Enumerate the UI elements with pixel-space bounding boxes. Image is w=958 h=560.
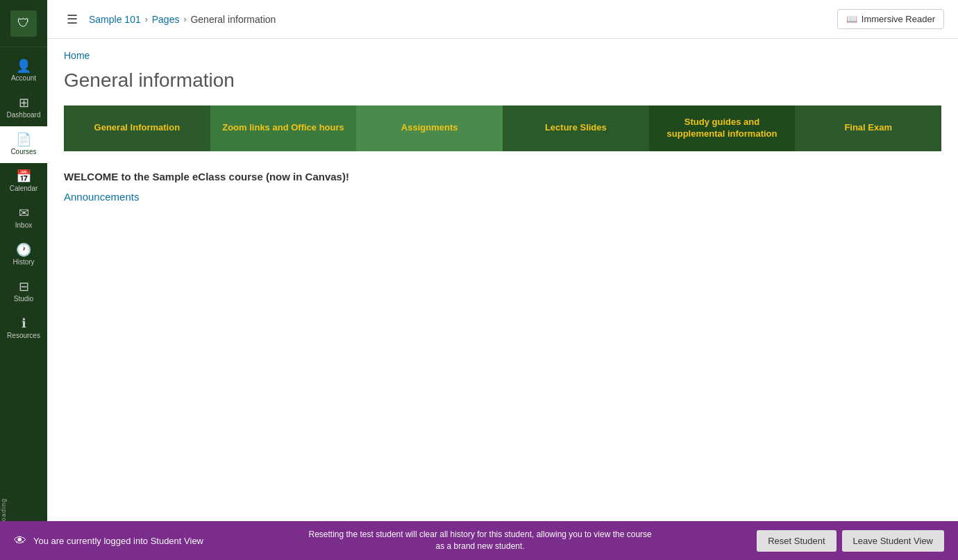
- main-content: ☰ Sample 101 › Pages › General informati…: [47, 0, 958, 560]
- dashboard-label: Dashboard: [7, 111, 41, 119]
- immersive-reader-button[interactable]: 📖 Immersive Reader: [837, 9, 944, 29]
- account-label: Account: [11, 74, 36, 83]
- immersive-reader-icon: 📖: [846, 14, 857, 24]
- student-view-info: Resetting the test student will clear al…: [307, 529, 654, 552]
- sidebar-item-courses[interactable]: 📄 Courses: [0, 126, 47, 163]
- study-guides-button[interactable]: Study guides and supplemental informatio…: [649, 105, 796, 151]
- breadcrumb-section[interactable]: Pages: [152, 14, 180, 25]
- student-view-buttons: Reset Student Leave Student View: [757, 530, 944, 552]
- sidebar-item-inbox[interactable]: ✉ Inbox: [0, 200, 47, 237]
- breadcrumb-current: General information: [190, 14, 276, 25]
- page-content-area: Home General information General Informa…: [47, 39, 958, 560]
- sidebar-navigation: 👤 Account ⊞ Dashboard 📄 Courses 📅 Calend…: [0, 47, 47, 347]
- assignments-button[interactable]: Assignments: [356, 105, 503, 151]
- sidebar-item-resources[interactable]: ℹ Resources: [0, 310, 47, 347]
- leave-student-view-button[interactable]: Leave Student View: [842, 530, 944, 552]
- sidebar-item-calendar[interactable]: 📅 Calendar: [0, 163, 47, 200]
- studio-label: Studio: [14, 295, 33, 303]
- logo-icon: 🛡: [10, 10, 37, 37]
- inbox-icon: ✉: [19, 207, 29, 219]
- sidebar-item-account[interactable]: 👤 Account: [0, 53, 47, 90]
- sidebar-item-studio[interactable]: ⊟ Studio: [0, 273, 47, 310]
- welcome-text: WELCOME to the Sample eClass course (now…: [64, 171, 941, 183]
- studio-icon: ⊟: [19, 280, 29, 293]
- courses-label: Courses: [10, 148, 36, 156]
- lecture-slides-button[interactable]: Lecture Slides: [503, 105, 649, 151]
- header-left: ☰ Sample 101 › Pages › General informati…: [61, 9, 276, 30]
- top-header: ☰ Sample 101 › Pages › General informati…: [47, 0, 958, 39]
- calendar-label: Calendar: [10, 185, 38, 193]
- home-link[interactable]: Home: [64, 50, 941, 61]
- sidebar-item-dashboard[interactable]: ⊞ Dashboard: [0, 90, 47, 126]
- dashboard-icon: ⊞: [19, 96, 29, 109]
- final-exam-button[interactable]: Final Exam: [795, 105, 941, 151]
- breadcrumb-sep-1: ›: [145, 15, 148, 24]
- announcements-link[interactable]: Announcements: [64, 191, 139, 203]
- student-view-icon: 👁: [14, 534, 26, 548]
- courses-icon: 📄: [16, 133, 31, 146]
- history-icon: 🕐: [16, 244, 31, 256]
- sidebar: 🛡 👤 Account ⊞ Dashboard 📄 Courses 📅 Cale…: [0, 0, 47, 560]
- general-info-button[interactable]: General Information: [64, 105, 210, 151]
- immersive-reader-label: Immersive Reader: [862, 14, 935, 24]
- page-title: General information: [64, 69, 941, 92]
- resources-icon: ℹ: [22, 317, 26, 330]
- breadcrumb: Sample 101 › Pages › General information: [89, 14, 276, 25]
- student-view-bar: 👁 You are currently logged into Student …: [0, 521, 958, 560]
- calendar-icon: 📅: [16, 170, 31, 183]
- inbox-label: Inbox: [15, 221, 32, 230]
- navigation-buttons-row: General Information Zoom links and Offic…: [64, 105, 941, 151]
- history-label: History: [12, 258, 34, 266]
- account-icon: 👤: [16, 60, 31, 72]
- resources-label: Resources: [7, 332, 40, 340]
- reset-student-button[interactable]: Reset Student: [757, 530, 836, 552]
- student-view-left: 👁 You are currently logged into Student …: [14, 534, 203, 548]
- sidebar-item-history[interactable]: 🕐 History: [0, 237, 47, 273]
- sidebar-logo: 🛡: [0, 0, 47, 47]
- hamburger-button[interactable]: ☰: [61, 9, 83, 30]
- breadcrumb-sep-2: ›: [183, 15, 186, 24]
- breadcrumb-course[interactable]: Sample 101: [89, 14, 141, 25]
- zoom-links-button[interactable]: Zoom links and Office hours: [210, 105, 357, 151]
- student-view-message: You are currently logged into Student Vi…: [33, 536, 203, 546]
